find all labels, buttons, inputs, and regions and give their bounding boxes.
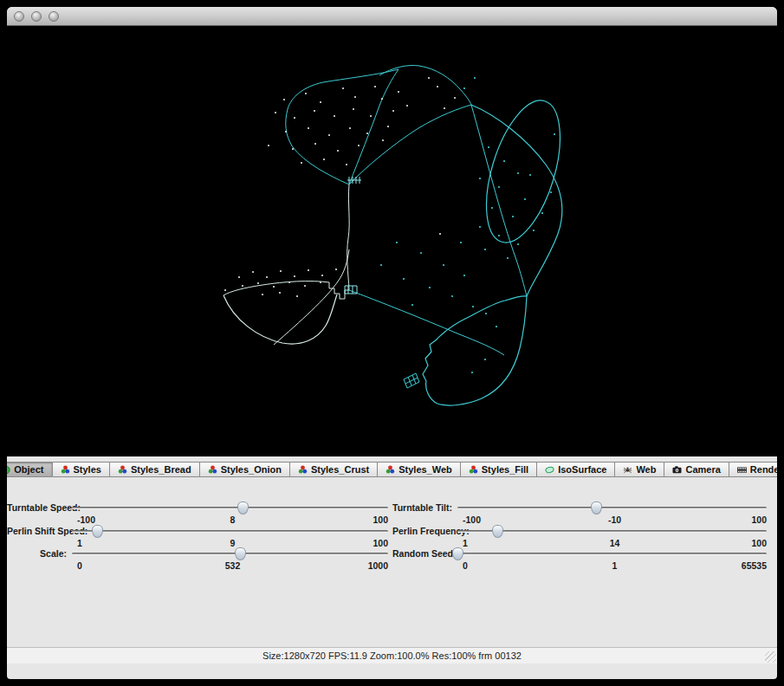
particle-dot [304,285,306,287]
particle-dot [296,295,298,297]
particle-dot [349,127,351,129]
slider-track-turntable-tilt[interactable] [457,501,767,514]
track-groove[interactable] [72,530,388,533]
particle-dot [224,289,226,291]
slider-thumb-turntable-speed[interactable] [237,502,249,514]
track-groove[interactable] [457,530,767,533]
particle-dot [479,178,481,179]
particle-dot [252,271,254,273]
tab-web[interactable]: Web [615,462,664,477]
wireframe-path [224,282,349,299]
particle-dot [454,97,456,99]
particle-dot [358,145,360,146]
particle-dot [266,276,268,278]
particle-dot [328,134,330,136]
particle-dot [314,110,315,112]
slider-thumb-scale[interactable] [235,547,246,560]
track-groove[interactable] [72,507,388,509]
slider-thumb-random-seed[interactable] [452,547,463,560]
slider-value-random-seed: 1 [612,560,618,571]
particle-dot [439,233,441,235]
particle-dot [279,292,281,294]
sphere-icon [7,465,10,475]
particle-dot [305,93,307,94]
slider-track-perlin-shift-speed[interactable] [72,524,388,538]
tab-styles_fill[interactable]: Styles_Fill [461,462,537,477]
particle-dot [396,242,398,243]
tab-styles_crust[interactable]: Styles_Crust [290,462,378,477]
particle-dot [342,87,344,89]
slider-max-scale: 1000 [368,560,388,571]
tab-styles_web[interactable]: Styles_Web [378,462,461,477]
particle-dot [308,269,309,271]
slider-track-random-seed[interactable] [457,547,767,560]
particle-dot [512,216,514,217]
tab-label: IsoSurface [558,464,606,475]
slider-track-scale[interactable] [72,547,388,560]
particle-dot [280,270,282,272]
slider-track-perlin-frequency[interactable] [457,524,767,538]
particle-dot [320,282,321,283]
track-groove[interactable] [72,553,388,555]
particle-dot [283,99,285,100]
status-bar: Size:1280x720 FPS:11.9 Zoom:100.0% Res:1… [7,647,777,663]
resize-grip-icon[interactable] [765,651,776,663]
tab-styles_onion[interactable]: Styles_Onion [200,462,290,477]
slider-max-random-seed: 65535 [742,560,767,571]
particle-dot [484,359,486,360]
status-text: Size:1280x720 FPS:11.9 Zoom:100.0% Res:1… [262,650,522,661]
wireframe-path [471,105,527,296]
particle-dot [498,235,500,236]
particle-dot [387,126,389,127]
pinwheel-icon [386,465,395,475]
particle-dot [472,306,474,307]
particle-dot [437,86,438,87]
particle-dot [392,110,394,112]
particle-dot [374,86,376,87]
pinwheel-icon [118,465,127,475]
particle-dot [474,77,476,79]
zoom-button[interactable] [49,11,59,22]
particle-dot [275,112,276,113]
render-viewport[interactable] [7,26,777,456]
title-bar[interactable] [7,7,777,26]
minimize-button[interactable] [31,11,42,22]
tab-label: Camera [685,464,720,475]
slider-label-turntable-speed: Turntable Speed: [7,502,72,513]
tab-isosurface[interactable]: IsoSurface [537,462,615,477]
particle-dot [301,162,302,164]
particle-dot [292,148,294,150]
particle-dot [268,145,269,146]
particle-dot [262,294,263,295]
tab-label: Styles_Web [398,464,452,475]
blob-icon [545,465,554,475]
tab-label: Styles_Crust [311,464,369,475]
tab-label: Object [14,464,43,475]
particle-dot [524,198,526,200]
tab-render[interactable]: Render [729,462,777,477]
pinwheel-icon [208,465,217,475]
slider-thumb-turntable-tilt[interactable] [591,502,602,514]
slider-label-perlin-shift-speed: Perlin Shift Speed: [7,526,72,536]
particle-dot [257,282,259,284]
slider-min-random-seed: 0 [463,560,468,571]
particle-dot [403,278,405,280]
particle-dot [314,143,316,145]
slider-thumb-perlin-frequency[interactable] [492,525,503,538]
wireframe-art [7,26,777,456]
tab-styles_bread[interactable]: Styles_Bread [110,462,200,477]
tab-object[interactable]: Object [7,462,53,477]
track-groove[interactable] [457,553,767,555]
tab-camera[interactable]: Camera [664,462,729,477]
particle-dot [337,150,339,152]
pinwheel-icon [61,465,70,475]
particle-dot [460,242,462,243]
particle-dot [485,313,487,314]
tab-styles[interactable]: Styles [53,462,110,477]
particle-dot [335,269,337,270]
close-button[interactable] [14,11,24,22]
slider-track-turntable-speed[interactable] [72,501,388,514]
track-groove[interactable] [457,507,767,509]
particle-dot [411,304,413,306]
slider-thumb-perlin-shift-speed[interactable] [92,525,103,538]
